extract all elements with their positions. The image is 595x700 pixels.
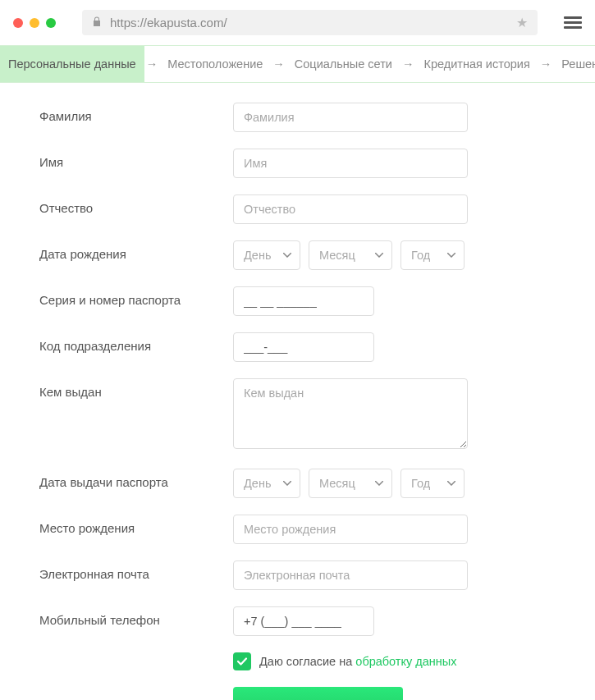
minimize-window-button[interactable] bbox=[30, 18, 39, 28]
check-icon bbox=[236, 656, 248, 667]
passport-sn-label: Серия и номер паспорта bbox=[39, 286, 233, 307]
email-label: Электронная почта bbox=[39, 560, 233, 581]
step-decision[interactable]: Решение bbox=[553, 46, 595, 82]
maximize-window-button[interactable] bbox=[46, 18, 56, 28]
traffic-lights bbox=[13, 18, 56, 28]
patronymic-input[interactable] bbox=[233, 194, 468, 224]
consent-prefix: Даю согласие на bbox=[259, 655, 355, 668]
birthdate-day-select[interactable]: День bbox=[233, 240, 300, 270]
consent-checkbox[interactable] bbox=[233, 652, 251, 670]
consent-link[interactable]: обработку данных bbox=[355, 655, 456, 668]
issued-by-label: Кем выдан bbox=[39, 378, 233, 399]
lock-icon bbox=[92, 16, 102, 30]
name-label: Имя bbox=[39, 149, 233, 169]
issue-date-label: Дата выдачи паспорта bbox=[39, 469, 233, 489]
patronymic-label: Отчество bbox=[39, 194, 233, 215]
arrow-icon: → bbox=[144, 57, 160, 71]
phone-input[interactable] bbox=[233, 606, 374, 636]
arrow-icon: → bbox=[400, 57, 416, 71]
issue-date-day-select[interactable]: День bbox=[233, 469, 300, 498]
issue-date-month-select[interactable]: Месяц bbox=[309, 469, 392, 498]
email-input[interactable] bbox=[233, 560, 468, 590]
register-button[interactable]: Зарегистрироваться bbox=[233, 687, 403, 700]
dept-code-label: Код подразделения bbox=[39, 332, 233, 353]
hamburger-menu-icon[interactable] bbox=[564, 16, 582, 29]
birthplace-input[interactable] bbox=[233, 515, 468, 544]
name-input[interactable] bbox=[233, 149, 468, 178]
birthdate-month-select[interactable]: Месяц bbox=[309, 240, 392, 270]
browser-bar: https://ekapusta.com/ ★ bbox=[0, 0, 595, 45]
arrow-icon: → bbox=[538, 57, 554, 71]
issue-date-year-select[interactable]: Год bbox=[400, 469, 465, 498]
dept-code-input[interactable] bbox=[233, 332, 374, 362]
step-location[interactable]: Местоположение bbox=[159, 46, 271, 82]
registration-form: Фамилия Имя Отчество Дата рождения День … bbox=[0, 83, 595, 700]
close-window-button[interactable] bbox=[13, 18, 23, 28]
url-text: https://ekapusta.com/ bbox=[110, 16, 508, 30]
surname-label: Фамилия bbox=[39, 103, 233, 123]
address-bar[interactable]: https://ekapusta.com/ ★ bbox=[82, 10, 538, 35]
step-credit-history[interactable]: Кредитная история bbox=[415, 46, 538, 82]
birthdate-label: Дата рождения bbox=[39, 240, 233, 261]
issued-by-textarea[interactable] bbox=[233, 378, 468, 449]
step-social[interactable]: Социальные сети bbox=[286, 46, 400, 82]
consent-text: Даю согласие на обработку данных bbox=[259, 655, 457, 668]
arrow-icon: → bbox=[271, 57, 286, 71]
phone-label: Мобильный телефон bbox=[39, 606, 233, 627]
bookmark-star-icon[interactable]: ★ bbox=[516, 15, 528, 30]
step-personal-data[interactable]: Персональные данные bbox=[0, 46, 144, 82]
birthplace-label: Место рождения bbox=[39, 515, 233, 535]
birthdate-year-select[interactable]: Год bbox=[400, 240, 465, 270]
progress-steps: Персональные данные → Местоположение → С… bbox=[0, 45, 595, 83]
surname-input[interactable] bbox=[233, 103, 468, 132]
passport-sn-input[interactable] bbox=[233, 286, 374, 316]
